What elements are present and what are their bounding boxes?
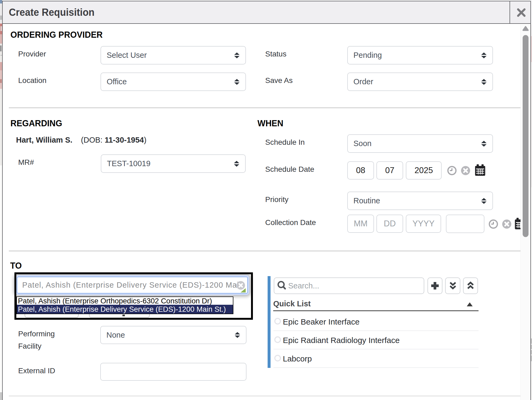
backdrop-fragment — [531, 0, 532, 25]
recipient-input[interactable]: Patel, Ashish (Enterprise Delivery Servi… — [17, 277, 248, 294]
collection-time-icon[interactable] — [489, 219, 498, 229]
collection-year-input[interactable]: YYYY — [406, 215, 441, 233]
status-select-value: Pending — [353, 51, 382, 60]
dob-prefix: (DOB: — [81, 136, 105, 144]
screen: Create Requisition ORDERING PROVIDER Pro… — [0, 0, 532, 400]
plus-icon — [431, 282, 439, 290]
quick-list-separator — [273, 330, 479, 331]
priority-select-value: Routine — [353, 196, 380, 205]
location-label: Location — [18, 76, 47, 85]
performing-facility-select-value: None — [106, 331, 125, 340]
location-select[interactable]: Office — [101, 73, 246, 91]
recipient-input-value: Patel, Ashish (Enterprise Delivery Servi… — [17, 281, 244, 289]
backdrop-fragment — [0, 34, 2, 44]
save-as-select[interactable]: Order — [347, 73, 493, 91]
modal-title: Create Requisition — [9, 1, 94, 24]
section-heading-to: TO — [10, 261, 22, 271]
schedule-calendar-icon[interactable] — [475, 164, 485, 176]
provider-select[interactable]: Select User — [101, 46, 246, 64]
directory-search-input[interactable]: Search... — [274, 277, 424, 294]
close-icon — [516, 8, 526, 17]
section-heading-when: WHEN — [257, 119, 283, 128]
provider-select-caret-icon — [233, 52, 240, 59]
backdrop-fragment — [1, 26, 2, 31]
schedule-time-icon[interactable] — [447, 166, 457, 175]
collection-calendar-icon — [515, 218, 521, 230]
quick-list-item-1[interactable]: Epic Radiant Radiology Interface — [283, 336, 400, 345]
provider-select-value: Select User — [107, 51, 147, 60]
backdrop-fragment — [531, 349, 532, 350]
mr-label: MR# — [18, 158, 34, 167]
schedule-date-label: Schedule Date — [265, 165, 314, 174]
save-as-label: Save As — [265, 76, 293, 85]
search-icon — [277, 281, 286, 291]
quick-list-radio-1[interactable] — [274, 336, 281, 343]
backdrop-fragment — [531, 25, 532, 36]
location-select-caret-icon — [233, 79, 240, 85]
mr-select[interactable]: TEST-10019 — [101, 154, 246, 173]
schedule-day-input[interactable]: 07 — [376, 161, 403, 180]
quick-list-collapse-icon[interactable] — [467, 302, 473, 306]
suggestion-item[interactable]: Patel, Ashish (Enterprise Orthopedics-63… — [17, 297, 233, 305]
schedule-in-select-caret-icon — [480, 140, 487, 147]
quick-list-separator — [273, 367, 479, 368]
backdrop-fragment — [531, 62, 532, 187]
collection-clear-icon[interactable] — [502, 219, 511, 229]
backdrop-fragment — [0, 0, 2, 3]
divider — [9, 251, 521, 251]
quick-list-item-2[interactable]: Labcorp — [283, 354, 312, 363]
schedule-clear-icon[interactable] — [461, 166, 470, 175]
expand-all-button[interactable] — [445, 277, 460, 294]
backdrop-fragment — [0, 89, 2, 165]
divider — [9, 108, 521, 108]
backdrop-fragment — [0, 16, 2, 20]
dob-value: 11-30-1954 — [105, 136, 144, 144]
patient-dob: (DOB: 11-30-1954) — [81, 136, 147, 144]
footer-divider — [9, 396, 521, 396]
location-select-value: Office — [107, 77, 127, 86]
quick-list-item-0[interactable]: Epic Beaker Interface — [283, 317, 360, 326]
resize-grip-icon[interactable] — [241, 288, 246, 292]
close-button[interactable] — [510, 1, 530, 24]
save-as-select-value: Order — [353, 77, 373, 86]
quick-list-separator — [273, 349, 479, 349]
collection-time-input[interactable] — [446, 215, 484, 233]
quick-list-radio-0[interactable] — [274, 318, 281, 325]
double-chevron-down-icon — [449, 281, 457, 290]
status-select-caret-icon — [480, 52, 487, 59]
collection-month-input[interactable]: MM — [347, 215, 374, 233]
collection-date-label: Collection Date — [265, 218, 316, 227]
save-as-select-caret-icon — [480, 79, 487, 85]
status-select[interactable]: Pending — [347, 46, 493, 64]
section-heading-ordering-provider: ORDERING PROVIDER — [10, 30, 103, 40]
quick-list-radio-2[interactable] — [274, 355, 281, 361]
backdrop-fragment — [531, 355, 532, 355]
provider-label: Provider — [18, 49, 46, 59]
schedule-in-select[interactable]: Soon — [347, 134, 493, 153]
priority-select[interactable]: Routine — [347, 192, 493, 210]
status-label: Status — [265, 49, 286, 59]
modal-scrollbar-thumb[interactable] — [523, 35, 529, 237]
performing-facility-label: Performing Facility — [18, 328, 72, 352]
backdrop-fragment — [0, 62, 2, 70]
collection-calendar-icon-clipped[interactable] — [515, 218, 521, 230]
recipient-suggestion-menu: Patel, Ashish (Enterprise Orthopedics-63… — [16, 296, 233, 314]
backdrop-fragment — [0, 165, 2, 392]
patient-line: Hart, William S.(DOB: 11-30-1954) — [16, 136, 147, 144]
collection-day-input[interactable]: DD — [376, 215, 403, 233]
schedule-month-input[interactable]: 08 — [347, 161, 374, 180]
external-id-input[interactable] — [100, 363, 246, 381]
performing-facility-select[interactable]: None — [100, 326, 246, 344]
quick-list-heading: Quick List — [273, 299, 311, 308]
external-id-label: External ID — [18, 366, 55, 375]
schedule-year-input[interactable]: 2025 — [406, 161, 442, 180]
priority-label: Priority — [265, 195, 288, 204]
backdrop-fragment — [531, 361, 532, 400]
performing-facility-select-caret-icon — [234, 332, 241, 338]
priority-select-caret-icon — [480, 198, 487, 204]
suggestion-item-selected[interactable]: Patel, Ashish (Enterprise Delivery Servi… — [17, 305, 233, 314]
add-button[interactable] — [427, 277, 442, 294]
collapse-all-button[interactable] — [463, 277, 478, 294]
scrollbar-up-arrow-icon[interactable] — [522, 26, 529, 31]
patient-name: Hart, William S. — [16, 136, 72, 144]
